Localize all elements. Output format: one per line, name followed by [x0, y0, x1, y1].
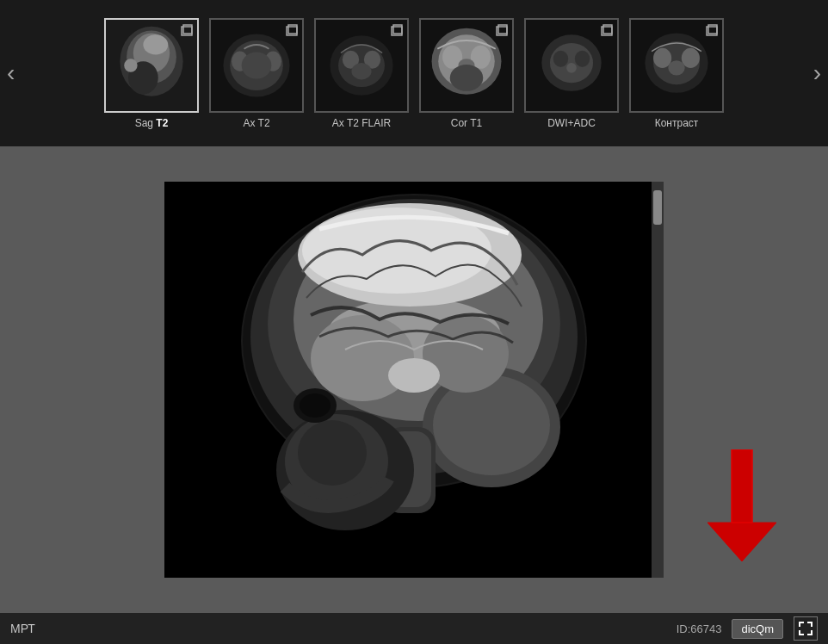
svg-point-46 — [682, 47, 700, 67]
status-id: ID:66743 — [677, 622, 722, 635]
thumbnail-box-dwi-adc — [524, 18, 619, 113]
prev-arrow[interactable]: ‹ — [7, 59, 15, 87]
thumbnails-container: Sag T2 Ax T2 — [34, 18, 794, 129]
svg-point-31 — [450, 65, 484, 91]
svg-point-37 — [553, 50, 568, 66]
thumbnail-label-dwi-adc: DWI+ADC — [547, 117, 596, 129]
status-modality: МРТ — [10, 622, 35, 635]
thumbnail-label-contrast: Контраст — [655, 117, 699, 129]
svg-point-69 — [300, 393, 331, 418]
thumbnail-label-ax-t2: Ax T2 — [243, 117, 269, 129]
svg-point-47 — [668, 60, 684, 75]
thumbnail-label-ax-t2-flair: Ax T2 FLAIR — [332, 117, 391, 129]
thumbnail-box-cor-t1 — [419, 18, 514, 113]
thumbnail-box-ax-t2-flair — [314, 18, 409, 113]
thumbnail-strip: ‹ — [0, 0, 828, 146]
thumbnail-item-dwi-adc[interactable]: DWI+ADC — [524, 18, 619, 129]
svg-point-5 — [124, 59, 137, 71]
viewer-image — [173, 186, 655, 573]
svg-rect-70 — [732, 449, 752, 523]
thumbnail-item-cor-t1[interactable]: Cor T1 — [419, 18, 514, 129]
status-right: ID:66743 dicQm — [677, 616, 818, 641]
viewer-scrollbar[interactable] — [652, 182, 664, 578]
dicom-button[interactable]: dicQm — [732, 619, 783, 639]
svg-point-45 — [653, 47, 671, 67]
next-arrow[interactable]: › — [813, 59, 821, 87]
thumbnail-box-ax-t2 — [209, 18, 304, 113]
svg-point-14 — [242, 52, 272, 78]
thumbnail-item-ax-t2-flair[interactable]: Ax T2 FLAIR — [314, 18, 409, 129]
status-bar: МРТ ID:66743 dicQm — [0, 613, 828, 644]
fullscreen-button[interactable] — [794, 616, 818, 641]
thumbnail-label-sag-t2: Sag T2 — [135, 117, 169, 129]
svg-point-59 — [433, 375, 550, 475]
scrollbar-thumb[interactable] — [653, 190, 662, 225]
svg-point-67 — [298, 420, 367, 486]
svg-marker-71 — [708, 523, 776, 561]
thumbnail-box-sag-t2 — [104, 18, 199, 113]
thumbnail-label-cor-t1: Cor T1 — [451, 117, 482, 129]
thumbnail-item-ax-t2[interactable]: Ax T2 — [209, 18, 304, 129]
svg-point-38 — [575, 50, 590, 66]
svg-point-64 — [388, 358, 440, 393]
thumbnail-box-contrast — [629, 18, 724, 113]
thumbnail-item-contrast[interactable]: Контраст — [629, 18, 724, 129]
thumbnail-item-sag-t2[interactable]: Sag T2 — [104, 18, 199, 129]
main-content — [0, 146, 828, 613]
svg-point-39 — [566, 63, 577, 73]
viewer-container — [164, 182, 664, 578]
svg-point-22 — [351, 63, 371, 79]
red-annotation-arrow — [708, 449, 776, 561]
svg-point-6 — [143, 34, 168, 54]
